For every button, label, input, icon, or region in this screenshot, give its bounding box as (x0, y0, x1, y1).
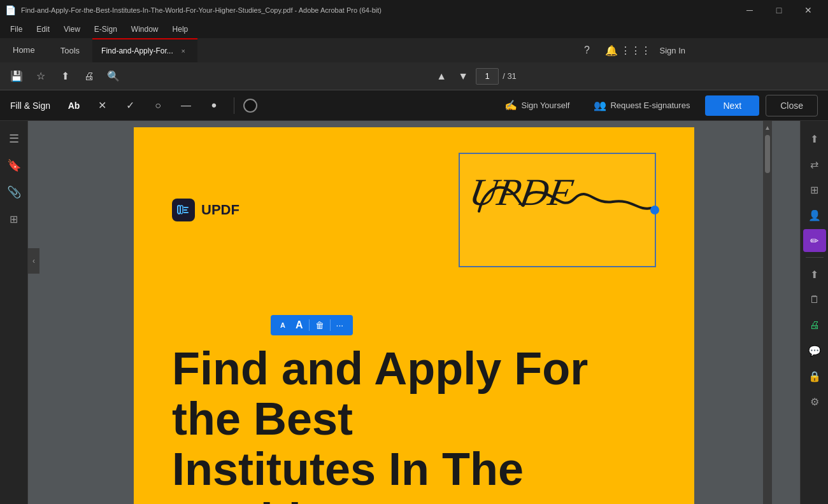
bookmark-button[interactable]: ☆ (31, 66, 51, 87)
sidebar-layers-icon[interactable]: ⊞ (3, 207, 25, 230)
menu-view[interactable]: View (57, 23, 87, 36)
request-esignatures-button[interactable]: 👥 Request E-signatures (585, 95, 699, 115)
text-toolbar-sep (309, 319, 310, 331)
menu-edit[interactable]: Edit (30, 23, 56, 36)
menu-help[interactable]: Help (166, 23, 195, 36)
pdf-page: UPDF UPDF A A 🗑 ··· (134, 127, 694, 504)
window-controls: ─ □ ✕ (735, 0, 823, 20)
fillsign-actions: ✍ Sign Yourself 👥 Request E-signatures N… (496, 95, 818, 116)
tab-tools[interactable]: Tools (48, 38, 92, 62)
circle-tool-button[interactable]: ○ (147, 95, 169, 116)
updf-logo: UPDF (172, 199, 239, 221)
next-button[interactable]: Next (705, 95, 759, 116)
increase-font-button[interactable]: A (291, 318, 308, 333)
titlebar: 📄 Find-and-Apply-For-the-Best-Institutes… (0, 0, 828, 20)
main-area: ☰ 🔖 📎 ⊞ ‹ ▲ (0, 121, 828, 504)
right-panel-organize-icon[interactable]: ⊞ (803, 178, 826, 201)
sidebar-pages-icon[interactable]: ☰ (3, 127, 25, 150)
right-panel-sep1 (806, 257, 824, 258)
text-format-toolbar: A A 🗑 ··· (271, 315, 353, 335)
right-panel-upload2-icon[interactable]: ⬆ (803, 263, 826, 286)
sign-yourself-button[interactable]: ✍ Sign Yourself (496, 95, 578, 115)
print-button[interactable]: 🖨 (79, 66, 99, 87)
check-tool-button[interactable]: ✓ (119, 95, 141, 116)
svg-rect-3 (183, 212, 189, 213)
menubar: File Edit View E-Sign Window Help (0, 20, 828, 38)
sign-yourself-icon: ✍ (504, 99, 517, 111)
fillsign-title: Fill & Sign (10, 101, 50, 111)
tab-close-button[interactable]: × (178, 46, 189, 56)
pdf-heading: Find and Apply For the Best Institutes I… (172, 344, 656, 504)
title-text: Find-and-Apply-For-the-Best-Institutes-I… (21, 6, 730, 14)
right-panel-fillsign-icon[interactable]: ✏ (803, 229, 826, 252)
signature-box[interactable]: UPDF (459, 153, 656, 267)
right-panel-print2-icon[interactable]: 🖨 (803, 314, 826, 337)
updf-logo-svg (175, 201, 192, 219)
svg-text:UPDF: UPDF (466, 171, 576, 213)
menu-file[interactable]: File (4, 23, 29, 36)
help-icon-button[interactable]: ? (577, 40, 597, 60)
text-tool-button[interactable]: Ab (63, 95, 85, 116)
tab-document-label: Find-and-Apply-For... (101, 46, 173, 55)
fillsign-bar: Fill & Sign Ab ✕ ✓ ○ — • ✍ Sign Yourself… (0, 90, 828, 121)
tab-document[interactable]: Find-and-Apply-For... × (92, 38, 197, 62)
tabbar-right: ? 🔔 ⋮⋮⋮ Sign In (577, 38, 701, 62)
page-up-button[interactable]: ▲ (432, 67, 450, 85)
page-number-input[interactable] (476, 68, 499, 85)
right-panel-convert-icon[interactable]: ⇄ (803, 153, 826, 176)
upload-button[interactable]: ⬆ (55, 66, 75, 87)
signature-handle[interactable] (650, 206, 659, 214)
page-down-button[interactable]: ▼ (454, 67, 472, 85)
save-button[interactable]: 💾 (6, 66, 27, 87)
notifications-button[interactable]: 🔔 (601, 40, 622, 60)
minimize-button[interactable]: ─ (735, 0, 764, 20)
right-panel-redact-icon[interactable]: 👤 (803, 204, 826, 227)
color-picker[interactable] (243, 99, 257, 113)
close-fillsign-button[interactable]: Close (766, 95, 818, 116)
app-icon: 📄 (5, 5, 16, 15)
signature-svg: UPDF (466, 160, 657, 256)
tab-home[interactable]: Home (0, 38, 48, 62)
svg-rect-2 (183, 209, 187, 211)
more-options-button[interactable]: ··· (332, 318, 348, 332)
right-panel-notes-icon[interactable]: 🗒 (803, 288, 826, 311)
svg-rect-1 (183, 207, 189, 208)
tabbar: Home Tools Find-and-Apply-For... × ? 🔔 ⋮… (0, 38, 828, 62)
sidebar-collapse-button[interactable]: ‹ (28, 248, 39, 274)
menu-esign[interactable]: E-Sign (88, 23, 124, 36)
scroll-thumb[interactable] (765, 135, 770, 173)
text-toolbar-sep2 (330, 319, 331, 331)
scrollbar: ▲ (763, 121, 772, 504)
pdf-header: UPDF UPDF (172, 153, 656, 267)
updf-logo-mark (172, 199, 195, 221)
zoom-button[interactable]: 🔍 (103, 66, 124, 87)
right-panel-share-icon[interactable]: ⬆ (803, 127, 826, 150)
fillsign-separator (234, 97, 234, 114)
updf-logo-text: UPDF (201, 202, 239, 218)
line-tool-button[interactable]: — (175, 95, 197, 116)
delete-text-button[interactable]: 🗑 (311, 318, 329, 332)
sidebar-attachments-icon[interactable]: 📎 (3, 181, 25, 204)
toolbar: 💾 ☆ ⬆ 🖨 🔍 ▲ ▼ / 31 (0, 62, 828, 90)
left-sidebar: ☰ 🔖 📎 ⊞ (0, 121, 28, 504)
right-panel-security-icon[interactable]: 🔒 (803, 365, 826, 388)
scroll-up-arrow[interactable]: ▲ (764, 122, 771, 132)
request-icon: 👥 (594, 99, 606, 111)
decrease-font-button[interactable]: A (276, 319, 290, 331)
page-navigation: ▲ ▼ / 31 (432, 67, 517, 85)
sidebar-bookmarks-icon[interactable]: 🔖 (3, 154, 25, 177)
page-total: / 31 (503, 71, 517, 81)
sign-in-button[interactable]: Sign In (650, 43, 696, 58)
cross-tool-button[interactable]: ✕ (91, 95, 113, 116)
close-window-button[interactable]: ✕ (794, 0, 823, 20)
maximize-button[interactable]: □ (764, 0, 794, 20)
apps-button[interactable]: ⋮⋮⋮ (625, 40, 646, 60)
right-panel-settings-icon[interactable]: ⚙ (803, 390, 826, 413)
pdf-viewer: ▲ UPDF (28, 121, 800, 504)
right-panel-comment-icon[interactable]: 💬 (803, 339, 826, 362)
menu-window[interactable]: Window (125, 23, 165, 36)
dot-tool-button[interactable]: • (203, 95, 225, 116)
right-panel: ⬆ ⇄ ⊞ 👤 ✏ ⬆ 🗒 🖨 💬 🔒 ⚙ (800, 121, 828, 504)
